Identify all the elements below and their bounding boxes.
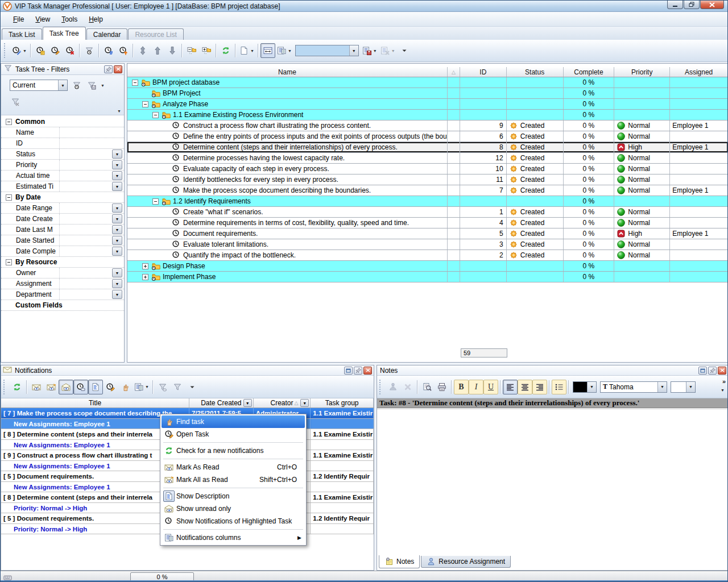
filter-field-date-range[interactable]: Date Range▼: [1, 203, 124, 214]
filter-field-date-comple[interactable]: Date Comple▼: [1, 246, 124, 257]
tab-calendar[interactable]: Calendar: [86, 28, 128, 40]
filter-field-estimated-ti[interactable]: Estimated Ti▼: [1, 181, 124, 192]
collapse-icon[interactable]: [152, 112, 159, 118]
menu-item-view[interactable]: View: [30, 13, 56, 26]
column-header-id[interactable]: ID: [460, 67, 507, 77]
dropdown-caret-icon[interactable]: ▼: [101, 84, 105, 88]
filter-dropdown-icon[interactable]: ▼: [243, 399, 252, 407]
chevron-down-icon[interactable]: ▼: [112, 160, 122, 169]
tab-task-list[interactable]: Task List: [2, 28, 42, 40]
chevron-down-icon[interactable]: ▼: [112, 268, 122, 277]
apply-filter-button[interactable]: [155, 380, 170, 394]
menu-item-help[interactable]: Help: [83, 13, 109, 26]
restore-button[interactable]: [684, 1, 700, 9]
collapse-box-icon[interactable]: [6, 259, 12, 265]
chevron-down-icon[interactable]: ▼: [112, 290, 122, 299]
save-layout-button[interactable]: ▼: [361, 43, 379, 58]
menu-item-show-unread-only[interactable]: Show unread only: [162, 502, 305, 515]
menu-item-mark-as-read[interactable]: Mark As ReadCtrl+O: [162, 461, 305, 473]
layout-select[interactable]: ▼: [295, 45, 359, 56]
filter-field-date-started[interactable]: Date Started▼: [1, 235, 124, 246]
menu-item-mark-all-as-read[interactable]: Mark All as ReadShift+Ctrl+O: [162, 473, 305, 486]
task-row[interactable]: Evaluate tolerant limitations.3Created0 …: [127, 239, 728, 250]
menu-item-open-task[interactable]: Open Task: [162, 428, 305, 440]
edit-task-button[interactable]: [48, 43, 63, 58]
filter-field-department[interactable]: Department▼: [1, 289, 124, 300]
task-group-row[interactable]: Implement Phase0 %: [127, 272, 728, 282]
task-group-row[interactable]: BPM project database0 %: [127, 77, 728, 88]
close-icon[interactable]: [114, 65, 122, 73]
column-header-creator[interactable]: Creator△▼: [254, 398, 311, 408]
menu-item-show-notifications-of-highlighted-task[interactable]: Show Notifications of Highlighted Task: [162, 515, 305, 527]
clear-filter-button[interactable]: [8, 94, 23, 109]
task-row[interactable]: Create "what if" scenarios.1Created0 %No…: [127, 207, 728, 218]
chevron-down-icon[interactable]: ▼: [686, 382, 695, 392]
column-header-sort[interactable]: △: [448, 67, 460, 77]
show-description-toggle[interactable]: [88, 380, 103, 394]
task-row[interactable]: Identify bottlenecks for every step in e…: [127, 174, 728, 185]
menu-item-find-task[interactable]: Find task: [162, 415, 305, 428]
duplicate-task-button[interactable]: [33, 43, 48, 58]
collapse-icon[interactable]: [132, 80, 138, 86]
column-header-assigned[interactable]: Assigned: [670, 67, 728, 77]
bullet-list-button[interactable]: [552, 380, 566, 394]
tab-task-tree[interactable]: Task Tree: [43, 27, 86, 40]
toolbar-grip-handle[interactable]: [4, 43, 7, 58]
filter-tasks-button[interactable]: [82, 43, 97, 58]
minimize-button[interactable]: [667, 1, 683, 9]
mark-all-read-button[interactable]: [44, 380, 59, 394]
pin-icon[interactable]: [104, 65, 113, 73]
menu-item-tools[interactable]: Tools: [56, 13, 83, 26]
collapse-all-button[interactable]: [184, 43, 199, 58]
collapse-icon[interactable]: [142, 101, 148, 107]
new-task-button[interactable]: ▼: [10, 43, 28, 58]
filter-section-common[interactable]: Common: [1, 117, 124, 127]
task-row[interactable]: Define the entry points of process input…: [127, 131, 728, 142]
expand-all-button[interactable]: [199, 43, 214, 58]
toolbar-grip-handle[interactable]: [379, 380, 383, 394]
chevron-down-icon[interactable]: ▼: [587, 382, 596, 392]
column-header-complete[interactable]: Complete: [564, 67, 615, 77]
column-header-task-group[interactable]: Task group: [311, 398, 374, 408]
mark-read-button[interactable]: [29, 380, 44, 394]
font-size-select[interactable]: ▼: [671, 381, 696, 393]
filter-field-date-create[interactable]: Date Create▼: [1, 214, 124, 225]
toolbar-overflow-button[interactable]: ▼: [117, 109, 121, 113]
edit-task-button[interactable]: [103, 380, 118, 394]
font-family-select[interactable]: TTahoma▼: [600, 381, 667, 393]
task-row[interactable]: Construct a process flow chart illustrat…: [127, 120, 728, 131]
italic-button[interactable]: I: [469, 380, 483, 394]
link-task-toggle[interactable]: [73, 380, 88, 394]
task-update-button[interactable]: [116, 43, 131, 58]
column-header-priority[interactable]: Priority: [614, 67, 670, 77]
align-center-button[interactable]: [518, 380, 532, 394]
chevron-down-icon[interactable]: ▼: [657, 382, 667, 392]
save-filter-button[interactable]: [84, 78, 99, 93]
filter-field-status[interactable]: Status▼: [1, 149, 124, 160]
filter-field-id[interactable]: ID: [1, 138, 124, 149]
align-right-button[interactable]: [532, 380, 547, 394]
notification-columns-button[interactable]: ▼: [133, 380, 151, 394]
task-row[interactable]: Determine requirements in terms of cost,…: [127, 218, 728, 228]
filter-section-custom-fields[interactable]: Custom Fields: [1, 300, 124, 311]
highlighted-task-button[interactable]: [118, 380, 133, 394]
menu-item-file[interactable]: File: [7, 13, 30, 26]
chevron-down-icon[interactable]: ▼: [112, 149, 122, 159]
collapse-box-icon[interactable]: [6, 194, 12, 201]
move-task-button[interactable]: [135, 43, 150, 58]
pin-icon[interactable]: [708, 367, 717, 375]
task-row[interactable]: Determine content (steps and their inter…: [127, 142, 728, 153]
close-button[interactable]: [700, 1, 724, 9]
toolbar-grip-handle[interactable]: [3, 380, 7, 394]
print-preview-button[interactable]: [420, 380, 435, 394]
align-left-button[interactable]: [503, 380, 518, 394]
dropdown-caret-icon[interactable]: ▼: [721, 388, 725, 392]
tab-notes[interactable]: Notes: [379, 555, 420, 568]
filter-section-by-date[interactable]: By Date: [1, 192, 124, 203]
refresh-button[interactable]: [218, 43, 233, 58]
text-color-picker[interactable]: ▼: [573, 381, 597, 393]
filter-field-name[interactable]: Name: [1, 127, 124, 138]
filter-field-actual-time[interactable]: Actual time▼: [1, 171, 124, 181]
chevron-down-icon[interactable]: ▼: [112, 247, 122, 256]
menu-item-check-for-a-new-notifications[interactable]: Check for a new notifications: [162, 444, 305, 457]
